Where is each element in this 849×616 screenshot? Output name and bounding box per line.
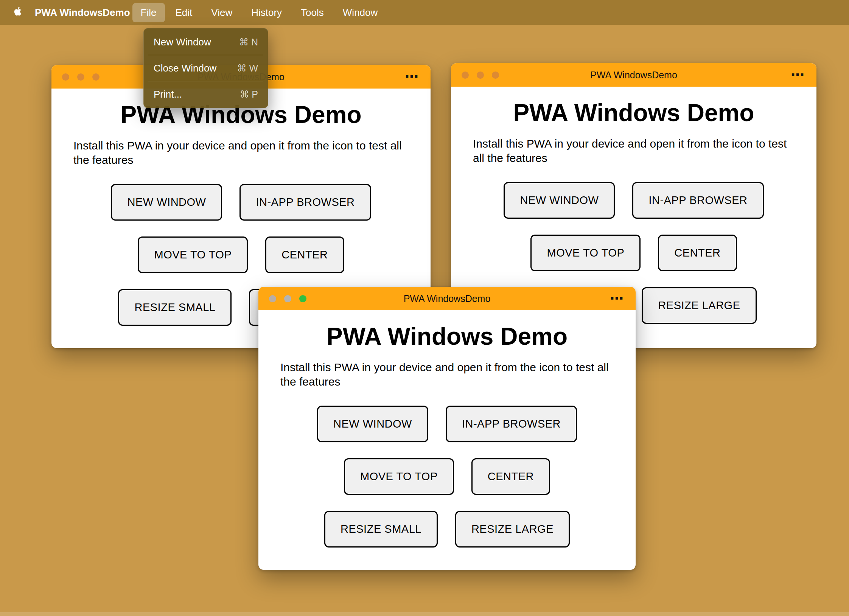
button-area: NEW WINDOW IN-APP BROWSER MOVE TO TOP CE… <box>258 406 636 548</box>
page-description: Install this PWA in your device and open… <box>473 137 795 165</box>
menu-bar-app-name[interactable]: PWA WindowsDemo <box>35 7 130 19</box>
menu-item-label: New Window <box>154 36 211 48</box>
new-window-button[interactable]: NEW WINDOW <box>111 184 222 221</box>
apple-menu[interactable] <box>13 6 23 19</box>
minimize-button[interactable] <box>477 72 484 79</box>
menu-window[interactable]: Window <box>334 3 386 22</box>
menu-item-label: Print... <box>154 89 182 100</box>
window-titlebar[interactable]: PWA WindowsDemo ⋯ <box>451 63 816 87</box>
window-title: PWA WindowsDemo <box>590 70 677 81</box>
window-options-ellipsis-icon[interactable]: ⋯ <box>610 287 624 310</box>
zoom-button[interactable] <box>299 295 306 302</box>
file-menu-item-close-window[interactable]: Close Window ⌘ W <box>144 57 268 79</box>
menu-item-shortcut: ⌘ N <box>239 37 258 48</box>
page-title: PWA Windows Demo <box>451 99 816 127</box>
minimize-button[interactable] <box>77 73 84 81</box>
in-app-browser-button[interactable]: IN-APP BROWSER <box>632 182 763 219</box>
page-description: Install this PWA in your device and open… <box>73 138 409 167</box>
file-menu-item-print[interactable]: Print... ⌘ P <box>144 83 268 106</box>
menu-item-label: Close Window <box>154 62 216 74</box>
new-window-button[interactable]: NEW WINDOW <box>504 182 615 219</box>
center-button[interactable]: CENTER <box>265 236 344 273</box>
menu-edit[interactable]: Edit <box>167 3 201 22</box>
resize-small-button[interactable]: RESIZE SMALL <box>118 289 232 326</box>
window-options-ellipsis-icon[interactable]: ⋯ <box>791 63 805 87</box>
menu-tools[interactable]: Tools <box>292 3 332 22</box>
resize-large-button[interactable]: RESIZE LARGE <box>455 511 570 548</box>
desktop: PWA WindowsDemo File Edit View History T… <box>0 0 849 616</box>
file-menu-dropdown: New Window ⌘ N Close Window ⌘ W Print...… <box>143 28 268 108</box>
traffic-lights <box>62 65 100 89</box>
in-app-browser-button[interactable]: IN-APP BROWSER <box>239 184 371 221</box>
minimize-button[interactable] <box>284 295 291 302</box>
close-button[interactable] <box>62 73 69 81</box>
in-app-browser-button[interactable]: IN-APP BROWSER <box>446 406 577 442</box>
zoom-button[interactable] <box>92 73 100 81</box>
traffic-lights <box>462 63 499 87</box>
page-title: PWA Windows Demo <box>258 322 636 350</box>
window-front: PWA WindowsDemo ⋯ PWA Windows Demo Insta… <box>258 287 636 570</box>
center-button[interactable]: CENTER <box>658 235 737 271</box>
menu-history[interactable]: History <box>243 3 290 22</box>
menu-bar: PWA WindowsDemo File Edit View History T… <box>0 0 849 25</box>
move-to-top-button[interactable]: MOVE TO TOP <box>530 235 641 271</box>
window-content: PWA Windows Demo Install this PWA in you… <box>258 322 636 548</box>
zoom-button[interactable] <box>492 72 499 79</box>
menu-separator <box>148 81 263 81</box>
close-button[interactable] <box>462 72 469 79</box>
window-titlebar[interactable]: PWA WindowsDemo ⋯ <box>258 287 636 310</box>
dock-edge <box>0 612 849 616</box>
menu-separator <box>148 55 263 55</box>
new-window-button[interactable]: NEW WINDOW <box>317 406 428 442</box>
page-description: Install this PWA in your device and open… <box>280 360 614 389</box>
file-menu-item-new-window[interactable]: New Window ⌘ N <box>144 31 268 53</box>
apple-logo-icon <box>13 6 23 19</box>
menu-item-shortcut: ⌘ W <box>237 63 258 74</box>
move-to-top-button[interactable]: MOVE TO TOP <box>138 236 248 273</box>
move-to-top-button[interactable]: MOVE TO TOP <box>344 458 454 495</box>
resize-small-button[interactable]: RESIZE SMALL <box>324 511 438 548</box>
center-button[interactable]: CENTER <box>471 458 550 495</box>
traffic-lights <box>269 287 306 310</box>
window-options-ellipsis-icon[interactable]: ⋯ <box>405 65 419 89</box>
menu-file[interactable]: File <box>132 3 165 22</box>
window-title: PWA WindowsDemo <box>404 293 491 304</box>
close-button[interactable] <box>269 295 276 302</box>
menu-item-shortcut: ⌘ P <box>239 89 258 100</box>
menu-view[interactable]: View <box>203 3 241 22</box>
resize-large-button[interactable]: RESIZE LARGE <box>642 287 756 324</box>
